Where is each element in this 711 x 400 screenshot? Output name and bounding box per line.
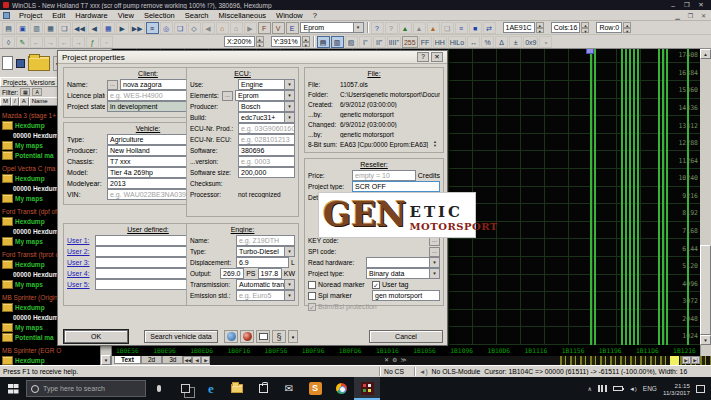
bitwidth-32-icon[interactable]: IIII" — [387, 36, 401, 48]
search-vehicle-data-button[interactable]: Search vehicle data — [144, 330, 218, 343]
bitwidth-16-icon[interactable]: II" — [373, 36, 386, 48]
view-3d-icon[interactable]: ▧ — [345, 36, 358, 48]
chrome-button[interactable] — [328, 377, 354, 400]
software-size-input[interactable]: 200,000 — [238, 167, 295, 178]
redo-all-icon[interactable]: → — [72, 36, 85, 48]
next-map-icon[interactable]: ▶ — [116, 22, 129, 34]
read-hardware-select[interactable] — [366, 257, 440, 268]
filter-text-icon[interactable]: A — [32, 88, 42, 96]
close-button[interactable]: ✕ — [694, 1, 708, 9]
ecu-nr-ecu-input[interactable]: e.g. 028101213 — [238, 134, 295, 145]
edge-button[interactable]: e — [198, 377, 224, 400]
winols-taskbar-button[interactable] — [354, 377, 380, 400]
ecu-build-select[interactable]: edc7uc31+ — [238, 112, 295, 123]
child-restore-icon[interactable]: ❐ — [685, 12, 696, 19]
tab-prev-icon[interactable]: ◀ — [192, 356, 201, 364]
taskbar-mic-button[interactable] — [146, 377, 172, 400]
ecu-use-select[interactable]: Engine — [238, 79, 295, 90]
undo-icon[interactable]: ← — [30, 36, 43, 48]
sum-spinner[interactable]: ▲▼ — [433, 140, 440, 148]
store-button[interactable] — [250, 377, 276, 400]
swap-icon[interactable]: ↔ — [467, 36, 480, 48]
elements-select[interactable]: Eprom — [235, 90, 295, 101]
value-hex-icon[interactable]: FF — [419, 36, 432, 48]
sidebar-scroll-down-icon[interactable]: ▼ — [101, 355, 111, 365]
undo-all-icon[interactable]: ← — [58, 36, 71, 48]
action-center-icon[interactable] — [696, 385, 705, 393]
start-button[interactable] — [0, 377, 26, 400]
checksum-f-icon[interactable]: F — [258, 22, 271, 34]
ascii-icon[interactable]: 0x9 — [523, 36, 538, 48]
eraser-icon[interactable]: ◊ — [2, 36, 15, 48]
cols-spinner[interactable]: Cols:16 ▲▼ — [551, 22, 590, 33]
tree-item[interactable]: MB Sprinter (EGR O — [0, 345, 100, 355]
client-name-browse-button[interactable]: ... — [107, 80, 118, 90]
back-icon[interactable]: ◀ — [202, 22, 215, 34]
checksum-e-icon[interactable]: E — [286, 22, 299, 34]
block-icon[interactable]: ▫ — [539, 36, 552, 48]
tab-first-icon[interactable]: ◀◀ — [183, 356, 192, 364]
dialog-titlebar[interactable]: Project properties ? ✕ — [58, 51, 447, 64]
skype-button[interactable]: S — [302, 377, 328, 400]
menu-item[interactable]: Edit — [47, 10, 70, 21]
filter-options-icon[interactable]: ▦ — [20, 88, 30, 96]
print-icon[interactable]: ▥ — [30, 22, 43, 34]
yzoom-spinner[interactable]: Y:391% ▲▼ — [271, 36, 310, 47]
close-search-icon[interactable]: ✕ — [384, 356, 389, 363]
map-list-icon[interactable]: ≡ — [146, 22, 159, 34]
prev-map-icon[interactable]: ◀ — [88, 22, 101, 34]
original-icon[interactable]: ◦ — [100, 36, 113, 48]
view-tab[interactable]: 3d — [162, 356, 183, 364]
menu-item[interactable]: Miscellaneous — [214, 10, 272, 21]
spi-code-browse-button[interactable]: ... — [429, 247, 440, 257]
cascade-icon[interactable]: ❏ — [174, 22, 187, 34]
graph-scrollbar[interactable]: ▲ ▼ — [700, 49, 711, 345]
paragraph-button[interactable]: § — [272, 330, 286, 343]
view-tab[interactable]: 2d — [141, 356, 162, 364]
cancel-button[interactable]: Cancel — [369, 330, 443, 343]
engine-type-select[interactable]: Turbo-Diesel — [236, 246, 295, 257]
menu-item[interactable]: ? — [308, 10, 322, 21]
emission-select[interactable]: e.g. Euro5 — [236, 290, 295, 301]
strip-last-icon[interactable]: ▶| — [691, 356, 700, 364]
ecu-producer-select[interactable]: Bosch — [238, 101, 295, 112]
maximize-button[interactable]: ❐ — [680, 1, 694, 9]
expand-icon[interactable]: ≫ — [400, 356, 406, 363]
child-minimize-icon[interactable]: ▁ — [672, 12, 683, 19]
scroll-thumb[interactable] — [700, 245, 711, 335]
view-tab[interactable]: Text — [114, 356, 141, 364]
dialog-help-button[interactable]: ? — [417, 52, 429, 62]
speaker-icon[interactable]: ◄) — [629, 386, 637, 392]
help-icon[interactable]: ? — [371, 22, 384, 34]
spi-marker-checkbox[interactable] — [308, 292, 316, 300]
map-detect-icon[interactable]: ▲ — [399, 22, 412, 34]
project-type2-select[interactable]: Binary data — [366, 268, 440, 279]
value-dec-icon[interactable]: 255 — [402, 36, 418, 48]
xzoom-spinner[interactable]: X:200% ▲▼ — [224, 36, 264, 47]
transmission-select[interactable]: Automatic transmis — [236, 279, 295, 290]
minimize-button[interactable]: – — [666, 2, 680, 9]
scroll-down-icon[interactable]: ▼ — [700, 335, 711, 345]
battery-icon[interactable] — [613, 386, 623, 391]
address-spinner[interactable]: 1AE91C ▲▼ — [503, 22, 544, 33]
bitwidth-8-icon[interactable]: I" — [359, 36, 372, 48]
tray-expand-icon[interactable]: ∧ — [587, 385, 591, 392]
copy-icon[interactable]: ❏ — [441, 22, 454, 34]
eprom-select[interactable]: Eprom — [300, 22, 364, 33]
rows-spinner[interactable]: Row:0 ▲▼ — [596, 22, 631, 33]
price-input[interactable]: empty = 10 — [352, 170, 416, 181]
displacement-input[interactable]: 6.9 — [236, 257, 289, 268]
menu-item[interactable]: Window — [271, 10, 308, 21]
user-tag-checkbox[interactable]: ✓ — [372, 281, 380, 289]
menu-item[interactable]: Selection — [139, 10, 180, 21]
edit-icon[interactable]: ✎ — [16, 36, 29, 48]
plusminus-icon[interactable]: ± — [509, 36, 522, 48]
user-link[interactable]: User 4: — [67, 270, 93, 277]
map-detect3-icon[interactable]: ▲ — [427, 22, 440, 34]
scroll-up-icon[interactable]: ▲ — [700, 49, 711, 59]
last-map-icon[interactable]: ▶▶ — [130, 22, 145, 34]
ecu-nr-prod-input[interactable]: e.g. 03G906016GN — [238, 123, 295, 134]
web-lookup-button[interactable] — [224, 330, 238, 343]
software-input[interactable]: 380696 — [238, 145, 295, 156]
clock[interactable]: 21:1511/3/2017 — [663, 382, 690, 396]
